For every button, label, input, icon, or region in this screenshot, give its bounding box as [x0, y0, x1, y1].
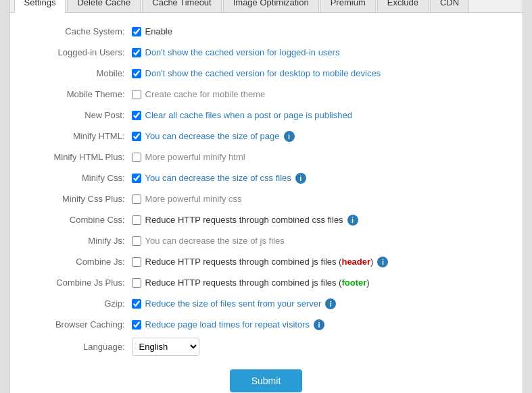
label-header: header [341, 257, 370, 267]
info-icon-gzip[interactable]: i [325, 298, 336, 309]
row-minify-html-plus: Minify HTML Plus: More powerful minify h… [24, 149, 509, 165]
checkbox-minify-css[interactable] [132, 174, 141, 183]
row-browser-caching: Browser Caching: Reduce page load times … [24, 317, 509, 333]
checkbox-minify-html-plus[interactable] [132, 153, 141, 162]
control-browser-caching: Reduce page load times for repeat visito… [132, 319, 325, 330]
row-mobile: Mobile: Don't show the cached version fo… [24, 66, 509, 82]
text-new-post: Clear all cache files when a post or pag… [145, 110, 352, 120]
label-gzip: Gzip: [24, 298, 132, 309]
label-footer: footer [341, 278, 366, 288]
tab-cache-timeout[interactable]: Cache Timeout [142, 0, 221, 12]
row-logged-in-users: Logged-in Users: Don't show the cached v… [24, 45, 509, 61]
label-combine-css: Combine Css: [24, 215, 132, 225]
control-new-post: Clear all cache files when a post or pag… [132, 110, 352, 120]
row-cache-system: Cache System: Enable [24, 24, 509, 40]
label-minify-js: Minify Js: [24, 236, 132, 246]
checkbox-gzip[interactable] [132, 299, 141, 309]
control-minify-js: You can decrease the size of js files [132, 236, 285, 246]
control-minify-css: You can decrease the size of css files i [132, 173, 306, 184]
checkbox-combine-css[interactable] [132, 215, 141, 225]
info-icon-combine-js[interactable]: i [377, 257, 388, 267]
label-mobile: Mobile: [24, 68, 132, 78]
control-mobile-theme: Create cache for mobile theme [132, 89, 266, 99]
settings-content: Cache System: Enable Logged-in Users: Do… [10, 13, 523, 394]
info-icon-minify-html[interactable]: i [284, 131, 295, 142]
checkbox-logged-in-users[interactable] [132, 48, 141, 57]
control-cache-system: Enable [132, 26, 172, 36]
tab-delete-cache[interactable]: Delete Cache [67, 0, 141, 12]
row-mobile-theme: Mobile Theme: Create cache for mobile th… [24, 86, 509, 103]
tab-cdn[interactable]: CDN [430, 0, 469, 12]
language-select[interactable]: English Spanish French German [132, 338, 199, 356]
row-gzip: Gzip: Reduce the size of files sent from… [24, 296, 509, 312]
tab-image-optimization[interactable]: Image Optimization [223, 0, 319, 12]
text-combine-css: Reduce HTTP requests through combined cs… [145, 215, 343, 225]
checkbox-minify-html[interactable] [132, 132, 141, 141]
info-icon-combine-css[interactable]: i [347, 215, 358, 226]
row-combine-css: Combine Css: Reduce HTTP requests throug… [24, 212, 509, 228]
label-new-post: New Post: [24, 110, 132, 120]
info-icon-minify-css[interactable]: i [295, 173, 306, 184]
row-minify-css: Minify Css: You can decrease the size of… [24, 170, 509, 186]
tab-exclude[interactable]: Exclude [377, 0, 429, 12]
text-logged-in-users: Don't show the cached version for logged… [145, 47, 340, 57]
label-combine-js-plus: Combine Js Plus: [24, 278, 132, 288]
control-logged-in-users: Don't show the cached version for logged… [132, 47, 340, 57]
checkbox-new-post[interactable] [132, 111, 141, 120]
text-minify-html: You can decrease the size of page [145, 131, 280, 141]
label-minify-html: Minify HTML: [24, 131, 132, 141]
checkbox-minify-js[interactable] [132, 236, 141, 246]
text-minify-css-plus: More powerful minify css [145, 194, 242, 204]
text-minify-css: You can decrease the size of css files [145, 173, 291, 183]
control-combine-js: Reduce HTTP requests through combined js… [132, 257, 389, 267]
label-mobile-theme: Mobile Theme: [24, 89, 132, 99]
row-minify-css-plus: Minify Css Plus: More powerful minify cs… [24, 191, 509, 207]
tabs-bar: Settings Delete Cache Cache Timeout Imag… [10, 0, 523, 13]
info-icon-browser-caching[interactable]: i [314, 319, 324, 330]
control-language: English Spanish French German [132, 338, 199, 356]
text-combine-js: Reduce HTTP requests through combined js… [145, 257, 374, 267]
checkbox-mobile[interactable] [132, 69, 141, 78]
text-cache-system: Enable [145, 26, 172, 36]
text-browser-caching: Reduce page load times for repeat visito… [145, 319, 310, 330]
checkbox-cache-system[interactable] [132, 27, 141, 36]
text-minify-js: You can decrease the size of js files [145, 236, 285, 246]
checkbox-combine-js[interactable] [132, 257, 141, 267]
row-language: Language: English Spanish French German [24, 338, 509, 356]
row-new-post: New Post: Clear all cache files when a p… [24, 107, 509, 124]
text-mobile-theme: Create cache for mobile theme [145, 89, 266, 99]
submit-button[interactable]: Submit [230, 369, 303, 392]
label-minify-css: Minify Css: [24, 173, 132, 183]
panel: Settings Delete Cache Cache Timeout Imag… [9, 0, 523, 393]
control-mobile: Don't show the cached version for deskto… [132, 68, 381, 78]
control-combine-css: Reduce HTTP requests through combined cs… [132, 215, 358, 226]
tab-premium[interactable]: Premium [320, 0, 376, 12]
checkbox-mobile-theme[interactable] [132, 90, 141, 99]
row-combine-js-plus: Combine Js Plus: Reduce HTTP requests th… [24, 275, 509, 291]
text-gzip: Reduce the size of files sent from your … [145, 298, 322, 309]
label-minify-html-plus: Minify HTML Plus: [24, 152, 132, 162]
control-combine-js-plus: Reduce HTTP requests through combined js… [132, 278, 370, 288]
checkbox-minify-css-plus[interactable] [132, 194, 141, 204]
control-minify-css-plus: More powerful minify css [132, 194, 242, 204]
row-minify-js: Minify Js: You can decrease the size of … [24, 233, 509, 249]
text-minify-html-plus: More powerful minify html [145, 152, 245, 162]
checkbox-browser-caching[interactable] [132, 320, 141, 330]
label-browser-caching: Browser Caching: [24, 319, 132, 330]
text-combine-js-plus: Reduce HTTP requests through combined js… [145, 278, 370, 288]
control-gzip: Reduce the size of files sent from your … [132, 298, 337, 309]
label-logged-in-users: Logged-in Users: [24, 47, 132, 57]
control-minify-html-plus: More powerful minify html [132, 152, 245, 162]
tab-settings[interactable]: Settings [14, 0, 66, 13]
checkbox-combine-js-plus[interactable] [132, 278, 141, 288]
row-minify-html: Minify HTML: You can decrease the size o… [24, 128, 509, 145]
submit-row: Submit [24, 369, 509, 392]
label-language: Language: [24, 342, 132, 352]
label-combine-js: Combine Js: [24, 257, 132, 267]
text-mobile: Don't show the cached version for deskto… [145, 68, 381, 78]
row-combine-js: Combine Js: Reduce HTTP requests through… [24, 254, 509, 270]
control-minify-html: You can decrease the size of page i [132, 131, 295, 142]
label-minify-css-plus: Minify Css Plus: [24, 194, 132, 204]
label-cache-system: Cache System: [24, 26, 132, 36]
